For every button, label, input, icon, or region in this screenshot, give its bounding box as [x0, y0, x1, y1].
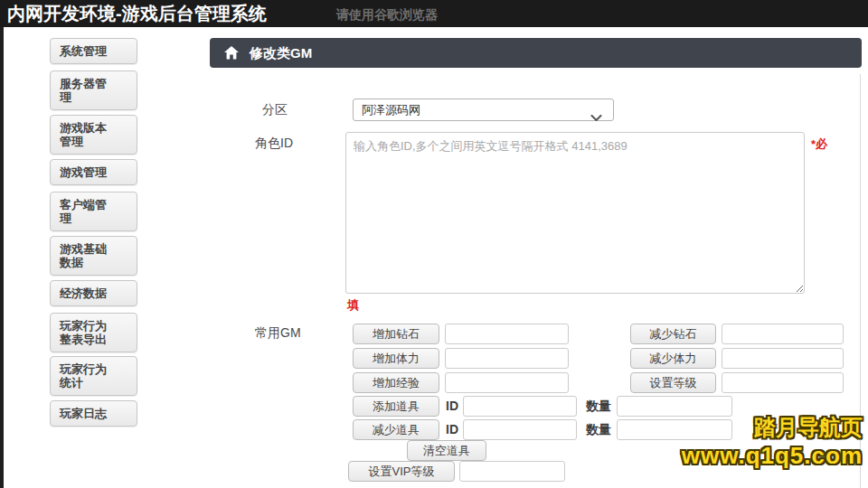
sidebar-item-client[interactable]: 客户端管 理 [50, 192, 137, 231]
set-vip-input[interactable] [459, 461, 565, 482]
add-diamond-button[interactable]: 增加钻石 [353, 324, 439, 344]
chevron-down-icon [590, 108, 602, 128]
sidebar-item-player-log[interactable]: 玩家日志 [50, 400, 137, 427]
partition-select[interactable]: 阿泽源码网 [353, 99, 614, 121]
sidebar-item-game-version[interactable]: 游戏版本 管理 [50, 115, 137, 155]
content-panel-border [860, 74, 861, 488]
add-item-id-label: ID [446, 399, 458, 413]
common-gm-label: 常用GM [255, 325, 301, 342]
page-title: 修改类GM [250, 38, 312, 68]
sub-item-button[interactable]: 减少道具 [353, 419, 439, 440]
partition-label: 分区 [262, 102, 288, 118]
required-mark-top: *必 [811, 136, 827, 153]
app-title: 内网开发环境-游戏后台管理系统 [7, 0, 267, 27]
role-id-label: 角色ID [255, 136, 293, 152]
add-stamina-input[interactable] [445, 348, 569, 369]
set-level-button[interactable]: 设置等级 [630, 372, 716, 393]
sidebar-item-system[interactable]: 系统管理 [50, 38, 137, 64]
home-icon[interactable] [224, 46, 239, 60]
partition-selected-value: 阿泽源码网 [362, 103, 420, 117]
sidebar-item-server[interactable]: 服务器管 理 [50, 70, 137, 110]
sub-stamina-input[interactable] [722, 348, 844, 369]
watermark-line2: www.q1q5.com [682, 441, 863, 470]
add-stamina-button[interactable]: 增加体力 [353, 348, 439, 369]
add-exp-input[interactable] [445, 372, 569, 393]
sub-item-id-label: ID [446, 422, 458, 436]
add-item-qty-input[interactable] [617, 396, 732, 417]
topbar: 内网开发环境-游戏后台管理系统 请使用谷歌浏览器 [0, 0, 868, 27]
sub-item-qty-label: 数量 [586, 422, 611, 438]
role-id-textarea[interactable] [345, 132, 805, 294]
required-mark-bottom: 填 [347, 297, 359, 314]
browser-note: 请使用谷歌浏览器 [336, 0, 438, 29]
add-item-id-input[interactable] [463, 396, 577, 417]
sidebar-item-player-stats[interactable]: 玩家行为 统计 [50, 356, 137, 396]
sub-stamina-button[interactable]: 减少体力 [630, 348, 716, 369]
add-exp-button[interactable]: 增加经验 [353, 372, 439, 393]
page-header: 修改类GM [210, 38, 862, 68]
set-level-input[interactable] [722, 372, 844, 393]
add-diamond-input[interactable] [445, 324, 569, 344]
add-item-button[interactable]: 添加道具 [353, 396, 439, 417]
sidebar-item-game-basedata[interactable]: 游戏基础 数据 [50, 236, 137, 276]
sub-item-qty-input[interactable] [617, 419, 732, 440]
sub-diamond-button[interactable]: 减少钻石 [630, 324, 716, 344]
sub-diamond-input[interactable] [722, 324, 844, 344]
clear-items-button[interactable]: 清空道具 [407, 440, 486, 461]
sidebar-item-player-export[interactable]: 玩家行为 整表导出 [50, 313, 137, 352]
add-item-qty-label: 数量 [586, 399, 611, 415]
sub-item-id-input[interactable] [463, 419, 577, 440]
sidebar-item-economy[interactable]: 经济数据 [50, 280, 137, 306]
left-edge-strip [0, 27, 4, 488]
sidebar-item-game[interactable]: 游戏管理 [50, 159, 137, 185]
set-vip-button[interactable]: 设置VIP等级 [348, 461, 455, 482]
